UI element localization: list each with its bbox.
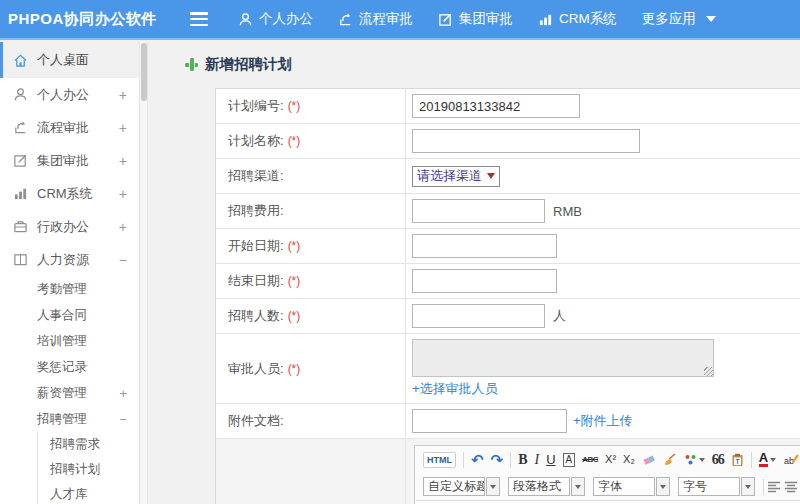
underline-button[interactable]: U xyxy=(546,453,555,466)
bar-chart-icon xyxy=(13,186,28,201)
combo-dropdown-button[interactable] xyxy=(486,477,500,496)
sidebar-item-crm[interactable]: CRM系统 + xyxy=(0,177,139,210)
required-mark: (*) xyxy=(288,362,301,376)
format-brush-icon[interactable] xyxy=(663,453,677,466)
bold-button[interactable]: B xyxy=(518,453,527,467)
combo-dropdown-button[interactable] xyxy=(741,477,755,496)
sidebar-item-label: 招聘管理 xyxy=(37,411,119,428)
main-content: 新增招聘计划 计划编号:(*) 计划名称:(*) 招聘渠道: 请选择渠道 招聘费… xyxy=(149,42,800,504)
sidebar-item-label: 个人办公 xyxy=(37,86,119,104)
sidebar-item-recruit-demand[interactable]: 招聘需求 xyxy=(38,432,139,457)
channel-select[interactable]: 请选择渠道 xyxy=(412,166,500,187)
sidebar-item-label: 人力资源 xyxy=(37,251,119,269)
headcount-input[interactable] xyxy=(412,304,545,328)
html-source-button[interactable]: HTML xyxy=(423,452,456,468)
nav-label: 流程审批 xyxy=(359,10,413,28)
undo-icon[interactable]: ↶ xyxy=(471,452,484,467)
collapse-icon[interactable]: − xyxy=(119,412,127,427)
expand-icon[interactable]: + xyxy=(119,87,127,103)
workflow-icon xyxy=(13,120,28,135)
resize-grip-icon[interactable] xyxy=(704,367,713,376)
sidebar: 个人桌面 个人办公 + 流程审批 + 集团审批 + CRM系统 + 行政办公 +… xyxy=(0,42,140,504)
expand-icon[interactable]: + xyxy=(119,219,127,235)
top-navbar: PHPOA协同办公软件 个人办公 流程审批 集团审批 CRM系统 更多应用 xyxy=(0,0,800,40)
align-center-icon[interactable] xyxy=(784,481,798,493)
select-caret-icon xyxy=(487,173,495,179)
blockquote-icon[interactable]: 66 xyxy=(712,453,724,467)
nav-workflow-approval[interactable]: 流程审批 xyxy=(338,10,413,28)
attachment-upload-link[interactable]: +附件上传 xyxy=(573,412,633,430)
end-date-input[interactable] xyxy=(412,269,557,293)
workflow-icon xyxy=(338,12,353,27)
custom-title-combo[interactable]: 自定义标题 xyxy=(423,477,500,496)
approvers-textarea[interactable] xyxy=(412,339,714,377)
sidebar-item-recruit-mgmt[interactable]: 招聘管理− xyxy=(0,406,139,432)
autotypeset-button[interactable]: A xyxy=(563,453,576,467)
combo-dropdown-button[interactable] xyxy=(571,477,585,496)
sidebar-item-label: 流程审批 xyxy=(37,119,119,137)
start-date-input[interactable] xyxy=(412,234,557,258)
menu-icon[interactable] xyxy=(190,12,208,26)
sidebar-item-workflow-approval[interactable]: 流程审批 + xyxy=(0,111,139,144)
strikethrough-button[interactable]: ABC xyxy=(582,456,598,464)
bar-chart-icon xyxy=(538,12,553,27)
redo-icon[interactable]: ↷ xyxy=(491,452,504,467)
cost-input[interactable] xyxy=(412,199,545,223)
expand-icon[interactable]: + xyxy=(119,153,127,169)
paragraph-format-combo[interactable]: 段落格式 xyxy=(508,477,585,496)
color-format-icon[interactable] xyxy=(684,453,705,466)
sidebar-item-label: 行政办公 xyxy=(37,218,119,236)
sidebar-item-personal-office[interactable]: 个人办公 + xyxy=(0,78,139,111)
italic-button[interactable]: I xyxy=(535,453,540,467)
nav-crm-system[interactable]: CRM系统 xyxy=(538,10,617,28)
font-family-combo[interactable]: 字体 xyxy=(593,477,670,496)
sidebar-item-desktop[interactable]: 个人桌面 xyxy=(0,42,139,78)
plan-number-input[interactable] xyxy=(412,94,580,118)
font-color-button[interactable]: A xyxy=(759,452,776,467)
align-left-icon[interactable] xyxy=(767,481,781,493)
sidebar-item-admin-office[interactable]: 行政办公 + xyxy=(0,210,139,243)
plan-name-input[interactable] xyxy=(412,129,640,153)
editor-content-area[interactable] xyxy=(416,500,800,504)
expand-icon[interactable]: + xyxy=(119,186,127,202)
form-row-end-date: 结束日期:(*) xyxy=(216,264,800,299)
nav-personal-office[interactable]: 个人办公 xyxy=(238,10,313,28)
expand-icon[interactable]: + xyxy=(119,386,127,401)
form-row-attachment: 附件文档: +附件上传 xyxy=(216,404,800,439)
sidebar-item-attendance[interactable]: 考勤管理 xyxy=(0,276,139,302)
subscript-button[interactable]: X₂ xyxy=(623,454,635,465)
sidebar-item-group-approval[interactable]: 集团审批 + xyxy=(0,144,139,177)
field-label: 招聘人数: xyxy=(228,307,284,325)
collapse-icon[interactable]: − xyxy=(119,252,127,268)
sidebar-item-hr-contract[interactable]: 人事合同 xyxy=(0,302,139,328)
sidebar-item-label: 考勤管理 xyxy=(37,281,127,298)
field-label: 招聘费用: xyxy=(228,202,284,220)
required-mark: (*) xyxy=(288,99,301,113)
edit-icon xyxy=(438,12,453,27)
superscript-button[interactable]: X² xyxy=(605,454,616,465)
sidebar-item-training[interactable]: 培训管理 xyxy=(0,328,139,354)
eraser-icon[interactable] xyxy=(642,453,656,466)
attachment-input[interactable] xyxy=(412,409,567,433)
choose-approvers-link[interactable]: +选择审批人员 xyxy=(412,380,498,398)
sidebar-item-talent-pool[interactable]: 人才库 xyxy=(38,482,139,504)
scrollbar-thumb[interactable] xyxy=(141,43,147,101)
nav-group-approval[interactable]: 集团审批 xyxy=(438,10,513,28)
sidebar-scrollbar[interactable] xyxy=(140,42,148,504)
sidebar-item-hr[interactable]: 人力资源 − xyxy=(0,243,139,276)
sidebar-item-salary[interactable]: 薪资管理+ xyxy=(0,380,139,406)
sidebar-item-label: 招聘需求 xyxy=(50,436,100,453)
sidebar-item-recruit-plan[interactable]: 招聘计划 xyxy=(38,457,139,482)
field-label: 审批人员: xyxy=(228,360,284,378)
field-label: 开始日期: xyxy=(228,237,284,255)
combo-dropdown-button[interactable] xyxy=(656,477,670,496)
nav-more-apps[interactable]: 更多应用 xyxy=(642,10,716,28)
expand-icon[interactable]: + xyxy=(119,120,127,136)
sidebar-item-label: CRM系统 xyxy=(37,185,119,203)
required-mark: (*) xyxy=(288,134,301,148)
sidebar-item-rewards[interactable]: 奖惩记录 xyxy=(0,354,139,380)
required-mark: (*) xyxy=(288,239,301,253)
font-size-combo[interactable]: 字号 xyxy=(678,477,755,496)
paste-icon[interactable]: T xyxy=(731,453,744,467)
highlight-color-button[interactable]: ab xyxy=(783,453,800,466)
